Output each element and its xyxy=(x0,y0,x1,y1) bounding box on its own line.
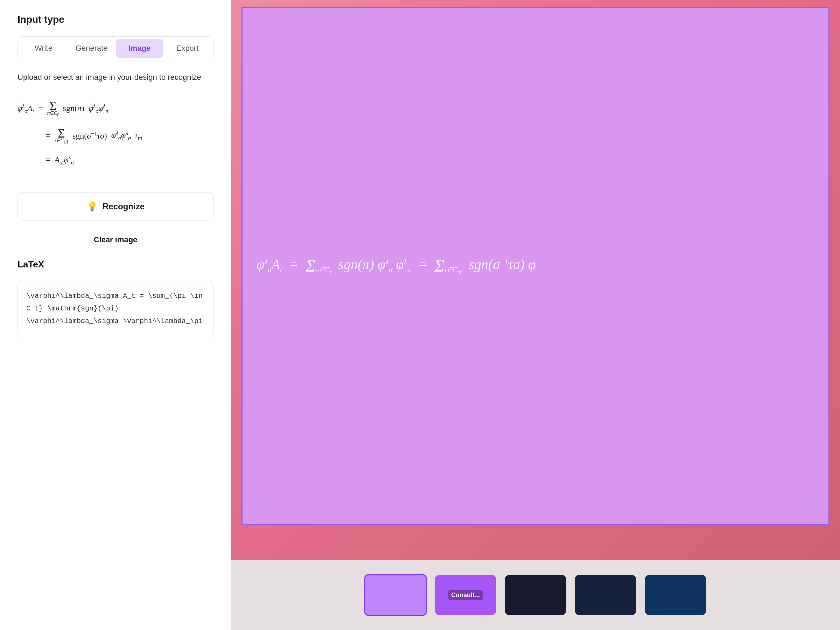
latex-section-title: LaTeX xyxy=(17,259,213,270)
tab-write[interactable]: Write xyxy=(20,39,67,58)
tab-export[interactable]: Export xyxy=(164,39,211,58)
input-type-title: Input type xyxy=(17,14,213,25)
canvas-formula-display: φλσAt = Σπ∈Ct sgn(π) φλσ φλπ = Στ∈Cσt sg… xyxy=(243,256,829,275)
summation-2: Σ τ∈Cσt xyxy=(55,127,68,145)
description-text: Upload or select an image in your design… xyxy=(17,71,213,83)
latex-section: LaTeX xyxy=(17,259,213,270)
right-panel: φλσAt = Σπ∈Ct sgn(π) φλσ φλπ = Στ∈Cσt sg… xyxy=(231,0,840,630)
taskbar-thumb-5-inner xyxy=(645,575,706,615)
recognize-button-label: Recognize xyxy=(103,202,145,212)
taskbar-thumb-2-inner: Consult... xyxy=(435,575,496,615)
taskbar-thumb-5[interactable] xyxy=(644,574,707,616)
taskbar-thumb-2-label: Consult... xyxy=(448,590,483,600)
canvas-frame[interactable]: φλσAt = Σπ∈Ct sgn(π) φλσ φλπ = Στ∈Cσt sg… xyxy=(242,7,829,525)
formula-line-2: = Σ τ∈Cσt sgn(σ−1τσ) φλσφλσ−1τσ xyxy=(46,127,213,145)
canvas-formula-text: φλσAt = Σπ∈Ct sgn(π) φλσ φλπ = Στ∈Cσt sg… xyxy=(257,256,536,275)
latex-content-box[interactable]: \varphi^\lambda_\sigma A_t = \sum_{\pi \… xyxy=(17,281,213,337)
left-panel: Input type Write Generate Image Export U… xyxy=(0,0,231,630)
bulb-icon: 💡 xyxy=(87,201,98,212)
taskbar-thumb-3-inner xyxy=(505,575,566,615)
bottom-taskbar: Consult... xyxy=(231,560,840,630)
formula-symbol-1: φλσAt xyxy=(17,103,34,114)
input-type-header: Input type xyxy=(17,14,213,25)
taskbar-thumb-2[interactable]: Consult... xyxy=(434,574,497,616)
tab-image[interactable]: Image xyxy=(116,39,163,58)
tab-group: Write Generate Image Export xyxy=(17,36,213,60)
clear-image-button[interactable]: Clear image xyxy=(17,232,213,248)
recognize-button[interactable]: 💡 Recognize xyxy=(17,192,213,221)
summation-1: Σ π∈Ct xyxy=(47,100,59,117)
tab-generate[interactable]: Generate xyxy=(68,39,115,58)
taskbar-thumb-1-inner xyxy=(365,575,426,615)
taskbar-thumb-4[interactable] xyxy=(574,574,637,616)
taskbar-thumb-1[interactable] xyxy=(364,574,427,616)
taskbar-thumb-3[interactable] xyxy=(504,574,567,616)
canvas-area: φλσAt = Σπ∈Ct sgn(π) φλσ φλπ = Στ∈Cσt sg… xyxy=(231,0,840,560)
formula-line-1: φλσAt = Σ π∈Ct sgn(π) φλσφλπ xyxy=(17,100,213,117)
formula-line-3: = Aσtφλσ xyxy=(46,154,213,166)
formula-display: φλσAt = Σ π∈Ct sgn(π) φλσφλπ = Σ τ∈Cσt s… xyxy=(17,94,213,181)
taskbar-thumb-4-inner xyxy=(575,575,636,615)
